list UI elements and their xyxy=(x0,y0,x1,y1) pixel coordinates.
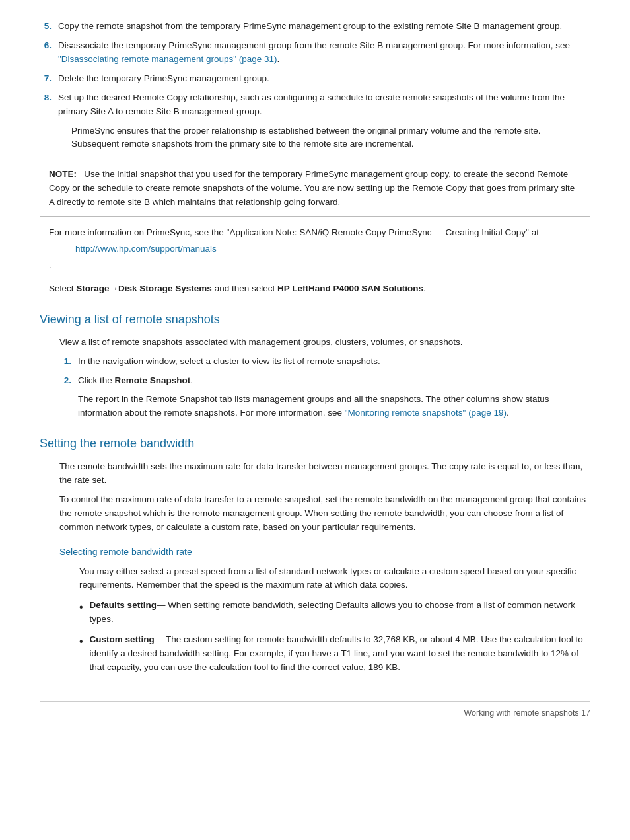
steps-list: 5. Copy the remote snapshot from the tem… xyxy=(40,20,590,119)
section2-para1: The remote bandwidth sets the maximum ra… xyxy=(59,460,590,488)
section1-heading: Viewing a list of remote snapshots xyxy=(40,311,590,329)
bullet-dot-2: • xyxy=(79,634,83,650)
more-info-text: For more information on PrimeSync, see t… xyxy=(49,227,539,237)
section1-step2-text: Click the Remote Snapshot. xyxy=(78,374,590,388)
remote-snapshot-bold: Remote Snapshot xyxy=(115,375,191,385)
subsection-heading: Selecting remote bandwidth rate xyxy=(59,545,590,560)
step-6-text: Disassociate the temporary PrimeSync man… xyxy=(58,39,590,67)
note-label: NOTE: xyxy=(49,169,77,179)
note-box: NOTE: Use the initial snapshot that you … xyxy=(40,161,590,217)
section1-steps: 1. In the navigation window, select a cl… xyxy=(59,355,590,388)
step-6: 6. Disassociate the temporary PrimeSync … xyxy=(40,39,590,67)
section2-heading: Setting the remote bandwidth xyxy=(40,435,590,453)
bullet-dot-1: • xyxy=(79,599,83,616)
section1-body: View a list of remote snapshots associat… xyxy=(40,336,590,421)
step-5-text: Copy the remote snapshot from the tempor… xyxy=(58,20,590,34)
section1-step2: 2. Click the Remote Snapshot. xyxy=(59,374,590,388)
monitoring-remote-link[interactable]: "Monitoring remote snapshots" (page 19) xyxy=(345,408,507,418)
step-5: 5. Copy the remote snapshot from the tem… xyxy=(40,20,590,34)
step-7-num: 7. xyxy=(40,72,52,86)
more-info-link[interactable]: http://www.hp.com/support/manuals xyxy=(49,243,590,256)
section2-para2: To control the maximum rate of data tran… xyxy=(59,493,590,535)
defaults-setting-bold: Defaults setting xyxy=(90,600,157,610)
custom-setting-bold: Custom setting xyxy=(90,634,155,644)
bullet-custom-content: Custom setting— The custom setting for r… xyxy=(90,633,590,675)
section1-step1: 1. In the navigation window, select a cl… xyxy=(59,355,590,369)
footer: Working with remote snapshots 17 xyxy=(40,701,590,720)
disk-storage-bold: Disk Storage Systems xyxy=(118,284,212,293)
section2-body: The remote bandwidth sets the maximum ra… xyxy=(40,460,590,675)
select-storage-line: Select Storage→Disk Storage Systems and … xyxy=(49,282,590,296)
section1-intro: View a list of remote snapshots associat… xyxy=(59,336,590,350)
section1-step2-extra: The report in the Remote Snapshot tab li… xyxy=(59,393,590,420)
bullet-defaults-content: Defaults setting— When setting remote ba… xyxy=(90,599,590,627)
more-info-section: For more information on PrimeSync, see t… xyxy=(40,226,590,273)
step-8-num: 8. xyxy=(40,91,52,119)
bullet-custom: • Custom setting— The custom setting for… xyxy=(79,633,590,675)
hp-lefthand-bold: HP LeftHand P4000 SAN Solutions xyxy=(277,284,423,293)
section1-step1-text: In the navigation window, select a clust… xyxy=(78,355,590,369)
step-8: 8. Set up the desired Remote Copy relati… xyxy=(40,91,590,119)
bullet-list: • Defaults setting— When setting remote … xyxy=(79,599,590,675)
step-8-text: Set up the desired Remote Copy relations… xyxy=(58,91,590,119)
storage-bold: Storage xyxy=(76,284,109,293)
step-6-num: 6. xyxy=(40,39,52,67)
subsection-intro: You may either select a preset speed fro… xyxy=(79,565,590,593)
note-text: Use the initial snapshot that you used f… xyxy=(49,169,575,207)
step-7-text: Delete the temporary PrimeSync managemen… xyxy=(58,72,590,86)
section1-step2-num: 2. xyxy=(59,374,71,388)
step-5-num: 5. xyxy=(40,20,52,34)
subsection-body: You may either select a preset speed fro… xyxy=(59,565,590,675)
section1-step1-num: 1. xyxy=(59,355,71,369)
step-6-link[interactable]: "Disassociating remote management groups… xyxy=(58,54,277,64)
step-8-extra: PrimeSync ensures that the proper relati… xyxy=(40,124,590,152)
step-7: 7. Delete the temporary PrimeSync manage… xyxy=(40,72,590,86)
bullet-defaults: • Defaults setting— When setting remote … xyxy=(79,599,590,627)
